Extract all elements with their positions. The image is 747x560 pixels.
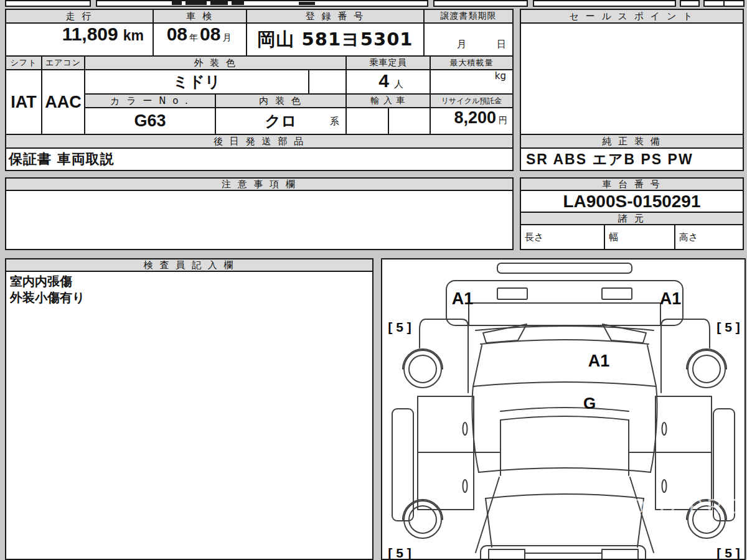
later-parts-header-label: 後 日 発 送 部 品	[214, 136, 305, 147]
sales-point-header: セ ー ル ス ポ イ ン ト	[520, 9, 744, 24]
interior-color-value: クロ	[265, 111, 296, 131]
chassis-number-value: LA900S-0150291	[563, 192, 700, 212]
inspector-notes-header: 検 査 員 記 入 欄	[5, 258, 374, 272]
aircon-value: AAC	[45, 93, 82, 112]
shaken-header-label: 車 検	[186, 11, 214, 22]
mileage-unit: km	[123, 27, 144, 44]
color-no-header-label: カ ラ ー N o .	[110, 95, 190, 107]
sales-point-header-label: セ ー ル ス ポ イ ン ト	[570, 11, 695, 22]
front-right-tire-inner	[693, 355, 720, 383]
caution-notes-cell	[5, 190, 514, 250]
spec-width-label: 幅	[609, 231, 618, 243]
transfer-docs-cell: 月 日	[423, 22, 514, 57]
car-top-view-diagram: A1 A1 A1 G [ 5 ] [ 5 ] [ 5 ] [ 5 ] WEB S…	[382, 259, 745, 559]
import-car-cell-right	[388, 107, 431, 135]
exterior-color-value: ミドリ	[173, 72, 221, 92]
interior-color-header-label: 内 装 色	[259, 95, 303, 107]
spec-height-label: 高さ	[679, 231, 698, 243]
capacity-unit: 人	[394, 78, 403, 90]
right-rear-door-handle	[662, 480, 667, 492]
cutoff-text-fragment	[186, 0, 207, 5]
later-parts-cell: 保証書 車両取説	[5, 147, 514, 171]
aircon-cell: AAC	[41, 69, 85, 135]
front-bumper-shape	[497, 263, 632, 273]
cutoff-divider	[723, 0, 725, 7]
shift-value: IAT	[11, 93, 37, 112]
registration-value: 岡山 581ヨ5301	[257, 27, 413, 52]
left-headlight-shape	[497, 288, 527, 299]
car-diagram-panel: A1 A1 A1 G [ 5 ] [ 5 ] [ 5 ] [ 5 ] WEB S…	[381, 258, 746, 560]
interior-color-header: 内 装 色	[215, 93, 347, 108]
tire-depth-front-left: [ 5 ]	[388, 320, 411, 334]
shift-header: シフト	[5, 55, 42, 70]
exterior-color-header-label: 外 装 色	[194, 57, 237, 69]
windshield-top-line	[481, 340, 649, 344]
left-c-pillar-line	[476, 477, 499, 553]
aircon-header-label: エアコン	[45, 57, 81, 68]
transfer-day-unit: 日	[497, 39, 506, 50]
color-no-value: G63	[134, 111, 166, 131]
shaken-month-unit: 月	[222, 32, 231, 44]
left-front-door-handle	[463, 422, 467, 435]
cutoff-cell	[533, 0, 676, 7]
left-fender-line	[426, 319, 468, 393]
mileage-header-label: 走 行	[66, 11, 93, 22]
inspector-note-line1: 室内内張傷	[10, 273, 369, 289]
shift-header-label: シフト	[11, 57, 37, 68]
left-rear-door-handle	[463, 480, 467, 492]
spec-width-cell: 幅	[604, 224, 675, 250]
chassis-number-header-label: 車 台 番 号	[602, 179, 661, 190]
shift-cell: IAT	[5, 69, 42, 135]
cutoff-cell	[96, 0, 428, 7]
sales-point-cell	[520, 22, 744, 135]
genuine-equipment-header-label: 純 正 装 備	[602, 136, 661, 147]
cutoff-text-fragment	[299, 2, 315, 5]
rear-bumper-left-detail	[489, 549, 525, 559]
caution-notes-header-label: 注 意 事 項 欄	[222, 179, 297, 190]
import-car-header: 輸 入 車	[345, 93, 431, 108]
capacity-cell: 4 人	[345, 69, 431, 95]
tire-depth-rear-left: [ 5 ]	[388, 546, 411, 559]
cutoff-cell	[5, 0, 91, 7]
chassis-number-cell: LA900S-0150291	[520, 190, 744, 213]
registration-header-label: 登 録 番 号	[306, 11, 365, 22]
cutoff-text-fragment	[232, 0, 244, 5]
right-a-pillar-line	[647, 345, 656, 386]
mileage-header: 走 行	[5, 9, 154, 24]
damage-mark-a1-front-right: A1	[660, 289, 682, 308]
transfer-month-unit: 月	[457, 39, 466, 50]
capacity-header: 乗車定員	[345, 55, 431, 70]
spec-length-label: 長さ	[525, 231, 543, 243]
seat-back-line1	[500, 408, 629, 411]
left-fender-outer-line	[420, 319, 426, 348]
damage-mark-g-roof: G	[583, 394, 596, 413]
interior-color-cell: クロ 系	[215, 107, 347, 135]
cutoff-cell	[433, 0, 528, 7]
max-load-header: 最大積載量	[430, 55, 514, 70]
max-load-header-label: 最大積載量	[450, 57, 494, 68]
exterior-color-suffix-cell	[308, 69, 347, 95]
tire-depth-front-right: [ 5 ]	[716, 320, 740, 334]
import-car-header-label: 輸 入 車	[371, 95, 406, 106]
registration-header: 登 録 番 号	[246, 9, 425, 24]
capacity-header-label: 乗車定員	[370, 57, 407, 68]
color-no-header: カ ラ ー N o .	[84, 93, 216, 108]
tire-depth-rear-right: [ 5 ]	[716, 546, 740, 559]
front-left-tire-inner	[409, 355, 436, 383]
recycle-deposit-header: リサイクル預託金	[430, 93, 514, 108]
cutoff-text-fragment	[210, 0, 228, 5]
auction-sheet-page: { "header_row": { "mileage_label": "走 行"…	[0, 0, 747, 560]
rear-bumper-right-detail	[602, 549, 638, 559]
aircon-header: エアコン	[41, 55, 85, 70]
inspector-notes-cell: 室内内張傷 外装小傷有り	[5, 271, 374, 560]
right-headlight-shape	[602, 288, 632, 299]
roof-front-line	[473, 382, 656, 386]
shaken-cell: 08 年 08 月	[153, 22, 247, 57]
recycle-deposit-unit: 円	[499, 115, 507, 126]
recycle-deposit-value: 8,200	[454, 108, 496, 128]
interior-color-suffix: 系	[330, 116, 339, 128]
transfer-docs-header-label: 譲渡書類期限	[441, 11, 497, 22]
shaken-year: 08	[167, 24, 187, 45]
capacity-value: 4	[378, 70, 389, 91]
specs-header-label: 諸 元	[618, 213, 646, 225]
